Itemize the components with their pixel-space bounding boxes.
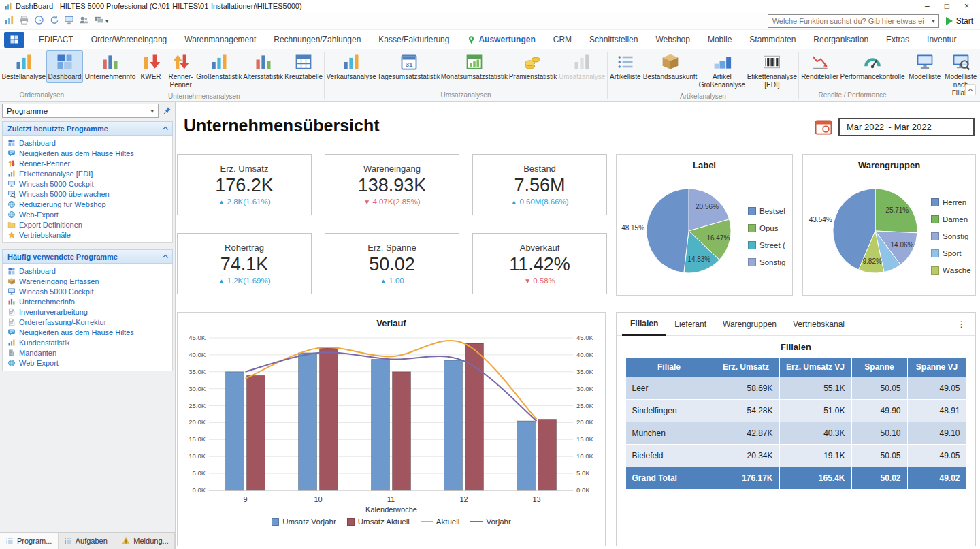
column-header-erz-umsat-z[interactable]: Erz. Umsat﻿z [713, 358, 779, 377]
ribbon-button-gr-enstatistik[interactable]: Größenstatistik [196, 50, 243, 83]
ribbon-tab-schnittstellen[interactable]: Schnittstellen [581, 31, 647, 48]
ribbon-tab-kasse-fakturierung[interactable]: Kasse/Fakturierung [370, 31, 458, 48]
ribbon-tab-order-wareneingang[interactable]: Order/Wareneingang [82, 31, 176, 48]
sidebar-item-unternehmerinfo[interactable]: Unternehmerinfo [3, 296, 172, 307]
ribbon-button-renditekiller[interactable]: Renditekiller [800, 50, 840, 83]
sidebar-item-neuigkeiten-aus-dem-hause-hiltes[interactable]: Neuigkeiten aus dem Hause Hiltes [3, 148, 172, 158]
sidebar-item-kundenstatistik[interactable]: Kundenstatistik [3, 337, 172, 347]
sidebar-item-wincash-5000-berwachen[interactable]: Wincash 5000 überwachen [3, 189, 172, 199]
ribbon-button-etikettenanalyse-edi[interactable]: Etikettenanalyse [EDI] [746, 50, 798, 91]
printer-icon[interactable] [19, 15, 29, 27]
ribbon-button-bestandsauskunft[interactable]: Bestandsauskunft [642, 50, 698, 83]
legend-item-opus[interactable]: Opus [748, 219, 791, 236]
column-header-spanne[interactable]: Spanne [851, 358, 907, 377]
ribbon-button-monatsumsatzstatistik[interactable]: Monatsumsatzstatistik [440, 50, 508, 83]
refresh-icon[interactable] [49, 15, 59, 27]
sidebar-section-header-zuletzt-benutzte-programme[interactable]: Zuletzt benutzte Programme [2, 121, 173, 136]
date-range-input[interactable]: Mar 2022 ~ Mar 2022 [838, 118, 975, 136]
ribbon-button-unternehmerinfo[interactable]: Unternehmerinfo [85, 50, 136, 83]
close-button[interactable]: × [964, 0, 969, 12]
legend-item-umsatz-vorjahr[interactable]: Umsatz Vorjahr [272, 518, 336, 526]
ribbon-tab-reorganisation[interactable]: Reorganisation [804, 31, 877, 48]
ribbon-button-artikel-gr-enanalyse[interactable]: Artikel Größenanalyse [698, 50, 746, 91]
table-row-bielefeld[interactable]: Bielefeld20.34K19.1K50.0549.05 [625, 445, 966, 467]
sidebar-item-wareneingang-erfassen[interactable]: Wareneingang Erfassen [3, 276, 172, 286]
ribbon-tab-auswertungen[interactable]: Auswertungen [458, 31, 544, 48]
sidebar-item-web-export[interactable]: Web-Export [3, 358, 172, 368]
legend-item-damen[interactable]: Damen [931, 211, 975, 228]
branch-tab-lieferant[interactable]: Lieferant [666, 313, 715, 335]
maximize-button[interactable]: □ [945, 0, 949, 12]
sidebar-item-mandanten[interactable]: Mandanten [3, 347, 172, 358]
sidebar-item-inventurverarbeitung[interactable]: Inventurverarbeitung [3, 307, 172, 317]
ribbon-tab-inventur[interactable]: Inventur [918, 31, 965, 48]
sidebar-item-renner-penner[interactable]: Renner-Penner [3, 158, 172, 168]
ribbon-tab-edifact[interactable]: EDIFACT [30, 31, 82, 48]
ribbon-tab-mobile[interactable]: Mobile [699, 31, 740, 48]
sidebar-item-wincash-5000-cockpit[interactable]: Wincash 5000 Cockpit [3, 286, 172, 296]
branch-tab-warengruppen[interactable]: Warengruppen [715, 313, 785, 335]
ribbon-button-renner-penner[interactable]: Renner- Penner [166, 50, 196, 91]
ribbon-tab-webshop[interactable]: Webshop [647, 31, 698, 48]
start-button[interactable]: Start [946, 16, 976, 26]
legend-item-bestsel[interactable]: Bestsel [748, 202, 791, 219]
sidebar-item-reduzierung-f-r-webshop[interactable]: Reduzierung für Webshop [3, 199, 172, 209]
toolbar-options-caret[interactable]: ▾ [105, 18, 109, 25]
calendar-icon[interactable] [813, 117, 834, 136]
ribbon-button-pr-mienstatistik[interactable]: Prämienstatistik [508, 50, 557, 83]
column-header-spanne-vj[interactable]: Spanne VJ [907, 358, 966, 377]
ribbon-collapse-button[interactable] [965, 84, 976, 95]
sidebar-item-etikettenanalyse-edi[interactable]: Etikettenanalyse [EDI] [3, 168, 172, 178]
app-menu-button[interactable] [4, 32, 24, 48]
legend-item-herren[interactable]: Herren [931, 194, 975, 211]
ribbon-button-kreuztabelle[interactable]: Kreuztabelle [284, 50, 323, 83]
ribbon-button-artikelliste[interactable]: Artikelliste [608, 50, 642, 83]
sidebar-item-ordererfassung-korrektur[interactable]: Ordererfassung/-Korrektur [3, 317, 172, 327]
legend-item-aktuell[interactable]: Aktuell [421, 518, 460, 526]
minimize-button[interactable]: – [925, 0, 930, 12]
ribbon-button-altersstatistik[interactable]: Altersstatistik [242, 50, 284, 83]
ribbon-tab-stammdaten[interactable]: Stammdaten [740, 31, 804, 48]
sidebar-item-wincash-5000-cockpit[interactable]: Wincash 5000 Cockpit [3, 178, 172, 189]
legend-item-sport[interactable]: Sport [931, 245, 975, 262]
screens-icon[interactable] [94, 15, 104, 27]
ribbon-button-umsatzanalyse[interactable]: Umsatzanalyse [558, 50, 606, 83]
sidebar-item-neuigkeiten-aus-dem-hause-hiltes[interactable]: Neuigkeiten aus dem Hause Hiltes [3, 327, 172, 337]
pin-button[interactable] [161, 105, 173, 117]
legend-item-sonstig[interactable]: Sonstig [748, 253, 791, 270]
legend-item-w-sche[interactable]: Wäsche [931, 262, 975, 279]
legend-item-street[interactable]: Street ( [748, 236, 791, 253]
sidebar-tab-meldung[interactable]: Meldung... [116, 533, 175, 549]
sidebar-item-export-definitionen[interactable]: Export Definitionen [3, 219, 172, 230]
sidebar-item-dashboard[interactable]: Dashboard [3, 266, 172, 276]
legend-item-umsatz-aktuell[interactable]: Umsatz Aktuell [347, 518, 410, 526]
branch-tab-vertriebskanal[interactable]: Vertriebskanal [785, 313, 853, 335]
ribbon-button-verkaufsanalyse[interactable]: Verkaufsanalyse [325, 50, 377, 83]
column-header-filiale[interactable]: Filiale [625, 358, 713, 377]
ribbon-button-dashboard[interactable]: Dashboard [46, 50, 82, 83]
legend-item-sonstig[interactable]: Sonstig [931, 228, 975, 245]
sidebar-tab-program[interactable]: Program... [0, 533, 59, 549]
function-search-input[interactable] [768, 17, 928, 25]
table-row-leer[interactable]: Leer58.69K55.1K50.0549.05 [625, 377, 966, 400]
ribbon-button-tagesumsatzstatistik[interactable]: 31Tagesumsatzstatistik [377, 50, 440, 83]
search-dropdown-caret[interactable]: ▾ [928, 18, 938, 25]
sidebar-item-web-export[interactable]: Web-Export [3, 209, 172, 219]
ribbon-button-performancekontrolle[interactable]: Performancekontrolle [840, 50, 905, 83]
ribbon-tab-rechnungen-zahlungen[interactable]: Rechnungen/Zahlungen [265, 31, 370, 48]
ribbon-tab-crm[interactable]: CRM [544, 31, 581, 48]
history-icon[interactable] [34, 15, 44, 27]
table-row-sindelfingen[interactable]: Sindelfingen54.28K51.0K49.9048.91 [625, 400, 966, 422]
legend-item-vorjahr[interactable]: Vorjahr [470, 518, 510, 526]
chart-icon[interactable] [4, 15, 14, 27]
sidebar-item-vertriebskan-le[interactable]: Vertriebskanäle [3, 230, 172, 240]
sidebar-tab-aufgaben[interactable]: Aufgaben [59, 533, 117, 549]
table-row-m-nchen[interactable]: München42.87K40.3K50.1049.10 [625, 422, 966, 445]
panel-selector-combo[interactable]: Programme ▾ [2, 104, 159, 118]
ribbon-button-modellliste[interactable]: Modellliste [907, 50, 942, 83]
ribbon-button-bestellanalyse[interactable]: Bestellanalyse [1, 50, 46, 83]
ribbon-tab-warenmanagement[interactable]: Warenmanagement [176, 31, 265, 48]
panel-menu-button[interactable]: ⋮ [953, 319, 970, 329]
monitor-icon[interactable] [64, 15, 74, 27]
ribbon-button-kwer[interactable]: KWER [136, 50, 166, 83]
